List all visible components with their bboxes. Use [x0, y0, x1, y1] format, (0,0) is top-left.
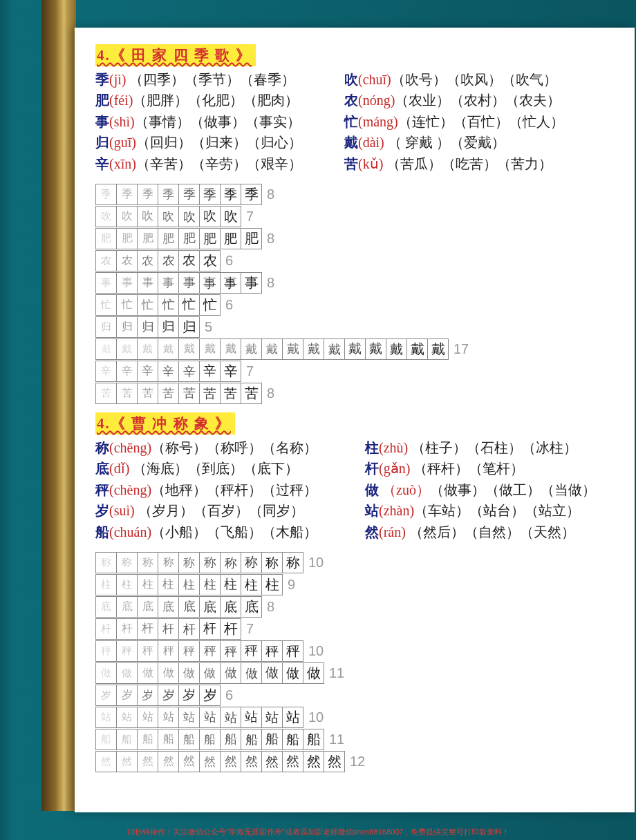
vocab-char: 站 — [365, 503, 379, 518]
book-spine — [41, 0, 76, 811]
stroke-cell: 做 — [220, 662, 241, 684]
vocab-words: （地秤）（秤杆）（过秤） — [151, 482, 317, 497]
stroke-cell: 吹 — [137, 206, 158, 227]
vocab-char: 岁 — [95, 503, 109, 518]
stroke-row: 辛辛辛辛辛辛辛7 — [95, 361, 621, 382]
vocab-row: 船(chuán)（小船）（飞船）（木船）然(rán) （然后）（自然）（天然） — [95, 522, 621, 542]
vocab-block-1: 季(jì) （四季）（季节）（春季）吹(chuī)（吹号）（吹风）（吹气）肥(f… — [95, 69, 621, 174]
vocab-char: 辛 — [95, 156, 109, 171]
vocab-pinyin: (chuán) — [109, 524, 151, 540]
stroke-cell: 肥 — [137, 228, 158, 249]
stroke-cell: 苦 — [137, 383, 158, 404]
vocab-char: 事 — [95, 114, 109, 129]
stroke-cell: 然 — [220, 751, 241, 772]
stroke-count: 5 — [205, 319, 212, 335]
stroke-cell: 秤 — [178, 640, 200, 662]
footer-note: 10秒钟操作！关注微信公众号"学海无涯甜作舟"或者添加甜老师微信shen8816… — [0, 827, 636, 837]
stroke-cell: 肥 — [178, 228, 200, 249]
stroke-cell: 称 — [220, 552, 241, 573]
section-1-title: 4.《 田 家 四 季 歌 》 — [95, 44, 256, 66]
vocab-words: （苦瓜）（吃苦）（苦力） — [383, 156, 552, 171]
stroke-cell: 苦 — [158, 383, 179, 404]
vocab-char: 吹 — [344, 72, 358, 87]
stroke-row: 底底底底底底底底8 — [95, 596, 621, 618]
vocab-entry: 柱(zhù) （柱子）（石柱）（冰柱） — [365, 437, 628, 458]
stroke-cell: 戴 — [344, 338, 366, 360]
stroke-cell: 辛 — [199, 361, 221, 382]
stroke-cell: 然 — [282, 751, 303, 772]
stroke-row: 然然然然然然然然然然然然12 — [95, 751, 621, 772]
stroke-cell: 岁 — [137, 685, 158, 706]
stroke-cell: 戴 — [427, 338, 449, 360]
stroke-cell: 岁 — [95, 685, 117, 706]
stroke-cell: 事 — [95, 272, 117, 294]
stroke-cell: 季 — [95, 184, 117, 205]
stroke-cell: 戴 — [303, 338, 324, 360]
vocab-pinyin: (dài) — [358, 135, 384, 150]
stroke-cell: 苦 — [220, 383, 241, 404]
stroke-count: 12 — [350, 754, 365, 770]
vocab-char: 归 — [95, 135, 109, 150]
vocab-pinyin: (zhàn) — [379, 503, 414, 518]
stroke-count: 7 — [246, 621, 254, 637]
stroke-cell: 柱 — [178, 574, 200, 595]
vocab-char: 底 — [95, 461, 109, 476]
stroke-cell: 季 — [158, 184, 179, 205]
vocab-entry: 季(jì) （四季）（季节）（春季） — [95, 69, 344, 90]
stroke-cell: 杆 — [178, 618, 200, 640]
vocab-entry: 站(zhàn)（车站）（站台）（站立） — [365, 500, 628, 521]
stroke-cell: 肥 — [95, 228, 117, 249]
stroke-cell: 戴 — [324, 338, 345, 360]
vocab-char: 称 — [95, 440, 109, 455]
stroke-cell: 站 — [282, 707, 303, 728]
stroke-cell: 站 — [137, 707, 158, 728]
stroke-cell: 船 — [199, 729, 221, 750]
vocab-words: （连忙）（百忙）（忙人） — [398, 114, 564, 129]
stroke-row: 肥肥肥肥肥肥肥肥8 — [95, 228, 621, 249]
stroke-cell: 岁 — [158, 685, 179, 706]
stroke-cell: 归 — [178, 316, 200, 338]
stroke-cell: 辛 — [137, 361, 158, 382]
stroke-cell: 农 — [158, 250, 179, 271]
vocab-pinyin: (dǐ) — [109, 461, 129, 476]
stroke-cell: 吹 — [95, 206, 117, 227]
vocab-entry: 杆(gǎn) （秤杆）（笔杆） — [365, 458, 628, 479]
stroke-count: 8 — [267, 231, 274, 247]
stroke-cell: 季 — [241, 184, 262, 205]
vocab-entry: 秤(chèng)（地秤）（秤杆）（过秤） — [95, 479, 365, 500]
stroke-cell: 戴 — [365, 338, 386, 360]
vocab-pinyin: (féi) — [109, 93, 133, 108]
stroke-cell: 做 — [199, 662, 221, 684]
stroke-cell: 秤 — [241, 640, 262, 662]
strokes-block-1: 季季季季季季季季8吹吹吹吹吹吹吹7肥肥肥肥肥肥肥肥8农农农农农农6事事事事事事事… — [95, 184, 621, 404]
vocab-entry: 忙(máng)（连忙）（百忙）（忙人） — [344, 111, 607, 132]
stroke-cell: 底 — [199, 596, 221, 618]
vocab-entry: 辛(xīn)（辛苦）（辛劳）（艰辛） — [95, 153, 344, 174]
vocab-char: 忙 — [344, 114, 358, 129]
stroke-cell: 归 — [158, 316, 179, 338]
stroke-cell: 杆 — [220, 618, 241, 640]
vocab-entry: 底(dǐ) （海底）（到底）（底下） — [95, 458, 365, 479]
stroke-cell: 做 — [282, 662, 303, 684]
stroke-row: 做做做做做做做做做做做11 — [95, 662, 621, 684]
stroke-cell: 辛 — [116, 361, 138, 382]
vocab-words: （事情）（做事）（事实） — [135, 114, 301, 129]
stroke-cell: 岁 — [178, 685, 200, 706]
stroke-cell: 岁 — [116, 685, 138, 706]
vocab-row: 辛(xīn)（辛苦）（辛劳）（艰辛）苦(kǔ) （苦瓜）（吃苦）（苦力） — [95, 153, 621, 174]
stroke-cell: 吹 — [199, 206, 221, 227]
vocab-pinyin: (chuī) — [358, 72, 391, 87]
stroke-cell: 事 — [220, 272, 241, 294]
stroke-cell: 然 — [303, 751, 324, 772]
stroke-cell: 岁 — [199, 685, 221, 706]
vocab-words: （车站）（站台）（站立） — [414, 503, 580, 518]
stroke-cell: 秤 — [95, 640, 117, 662]
stroke-cell: 辛 — [178, 361, 200, 382]
vocab-words: （海底）（到底）（底下） — [129, 461, 299, 476]
stroke-cell: 柱 — [241, 574, 262, 595]
stroke-count: 8 — [267, 275, 274, 291]
stroke-count: 10 — [308, 709, 324, 725]
stroke-cell: 称 — [95, 552, 117, 573]
vocab-entry: 事(shì)（事情）（做事）（事实） — [95, 111, 344, 132]
vocab-pinyin: (jì) — [109, 72, 126, 87]
